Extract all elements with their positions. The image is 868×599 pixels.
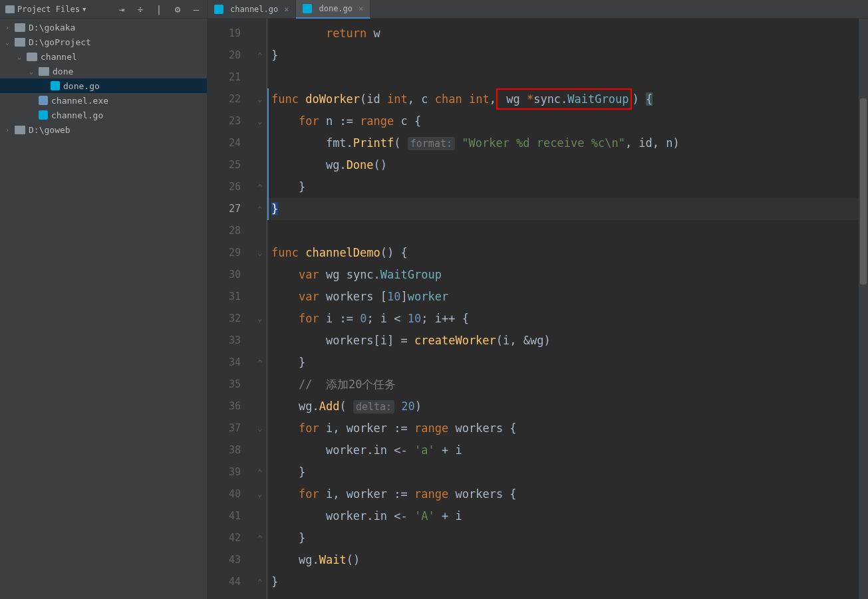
exe-file-icon bbox=[39, 96, 48, 105]
fold-marker[interactable]: ⌃ bbox=[253, 45, 267, 66]
code-line[interactable]: for i, worker := range workers { bbox=[267, 418, 859, 439]
fold-marker bbox=[253, 220, 267, 242]
gear-icon[interactable]: ⚙ bbox=[172, 4, 183, 15]
fold-marker bbox=[253, 132, 267, 154]
change-marker bbox=[267, 198, 269, 220]
code-line[interactable]: } bbox=[267, 198, 859, 220]
tree-item[interactable]: channel.exe bbox=[0, 93, 207, 108]
code-line[interactable]: func channelDemo() { bbox=[267, 242, 859, 264]
separator: | bbox=[154, 4, 164, 15]
scroll-thumb[interactable] bbox=[860, 98, 867, 285]
fold-marker[interactable]: ⌄ bbox=[253, 110, 267, 132]
line-gutter: 1920212223242526272829303132333435363738… bbox=[208, 19, 253, 599]
code-line[interactable]: wg.Wait() bbox=[267, 549, 859, 571]
folder-icon bbox=[15, 126, 25, 134]
code-line[interactable]: worker.in <- 'a' + i bbox=[267, 439, 859, 461]
line-number: 45 bbox=[208, 593, 253, 599]
code-line[interactable]: var workers [10]worker bbox=[267, 286, 859, 308]
collapse-icon[interactable]: ⇥ bbox=[116, 4, 127, 15]
code-line[interactable]: for n := range c { bbox=[267, 110, 859, 132]
go-file-icon bbox=[214, 5, 223, 14]
editor-tab[interactable]: done.go× bbox=[296, 0, 370, 19]
fold-marker[interactable]: ⌃ bbox=[253, 352, 267, 374]
project-tree[interactable]: ›D:\gokaka⌄D:\goProject⌄channel⌄donedone… bbox=[0, 19, 207, 599]
fold-marker bbox=[253, 154, 267, 176]
code-line[interactable]: } bbox=[267, 571, 859, 593]
fold-marker bbox=[253, 330, 267, 352]
tree-item-label: channel bbox=[41, 52, 77, 62]
tree-arrow-icon[interactable]: › bbox=[5, 24, 15, 31]
chevron-down-icon: ▼ bbox=[82, 6, 86, 13]
editor-tab[interactable]: channel.go× bbox=[208, 0, 296, 19]
line-number: 36 bbox=[208, 396, 253, 418]
fold-marker bbox=[253, 439, 267, 461]
code-line[interactable]: workers[i] = createWorker(i, &wg) bbox=[267, 330, 859, 352]
tree-item[interactable]: done.go bbox=[0, 78, 207, 93]
tree-item[interactable]: ⌄channel bbox=[0, 49, 207, 64]
fold-marker[interactable]: ⌄ bbox=[253, 483, 267, 505]
code-line[interactable] bbox=[267, 220, 859, 242]
line-number: 39 bbox=[208, 461, 253, 483]
fold-marker[interactable]: ⌄ bbox=[253, 418, 267, 439]
fold-marker[interactable]: ⌃ bbox=[253, 198, 267, 220]
fold-marker[interactable]: ⌃ bbox=[253, 461, 267, 483]
fold-marker[interactable]: ⌄ bbox=[253, 242, 267, 264]
tree-arrow-icon[interactable]: ⌄ bbox=[29, 68, 39, 75]
fold-marker[interactable]: ⌃ bbox=[253, 571, 267, 593]
line-number: 25 bbox=[208, 154, 253, 176]
fold-marker[interactable]: ⌃ bbox=[253, 527, 267, 549]
line-number: 42 bbox=[208, 527, 253, 549]
close-icon[interactable]: × bbox=[284, 5, 289, 14]
tree-item[interactable]: ⌄D:\goProject bbox=[0, 35, 207, 49]
line-number: 28 bbox=[208, 220, 253, 242]
vertical-scrollbar[interactable] bbox=[859, 19, 868, 599]
change-marker bbox=[267, 176, 269, 198]
tree-item[interactable]: ›D:\goweb bbox=[0, 122, 207, 137]
hide-icon[interactable]: — bbox=[191, 4, 202, 15]
folder-icon bbox=[15, 23, 25, 32]
tree-arrow-icon[interactable]: ⌄ bbox=[5, 39, 15, 46]
code-line[interactable]: func doWorker(id int, c chan int, wg *sy… bbox=[267, 88, 859, 110]
line-number: 24 bbox=[208, 132, 253, 154]
code-line[interactable]: var wg sync.WaitGroup bbox=[267, 264, 859, 286]
line-number: 33 bbox=[208, 330, 253, 352]
code-editor[interactable]: 1920212223242526272829303132333435363738… bbox=[208, 19, 868, 599]
tree-arrow-icon[interactable]: › bbox=[5, 126, 15, 134]
editor-area: channel.go×done.go× 19202122232425262728… bbox=[208, 0, 868, 599]
tree-arrow-icon[interactable]: ⌄ bbox=[17, 53, 27, 60]
project-files-dropdown[interactable]: Project Files ▼ bbox=[5, 5, 116, 14]
fold-marker[interactable]: ⌄ bbox=[253, 88, 267, 110]
code-line[interactable]: } bbox=[267, 45, 859, 66]
code-line[interactable] bbox=[267, 66, 859, 88]
line-number: 40 bbox=[208, 483, 253, 505]
code-line[interactable]: wg.Done() bbox=[267, 154, 859, 176]
code-line[interactable]: worker.in <- 'A' + i bbox=[267, 505, 859, 527]
folder-icon bbox=[39, 67, 49, 76]
code-content[interactable]: return w}func doWorker(id int, c chan in… bbox=[267, 19, 859, 599]
divider-icon[interactable]: ÷ bbox=[135, 4, 146, 15]
line-number: 19 bbox=[208, 23, 253, 45]
code-line[interactable] bbox=[267, 593, 859, 599]
code-line[interactable]: // 添加20个任务 bbox=[267, 374, 859, 396]
code-line[interactable]: } bbox=[267, 352, 859, 374]
code-line[interactable]: for i, worker := range workers { bbox=[267, 483, 859, 505]
tree-item[interactable]: ⌄done bbox=[0, 64, 207, 78]
code-line[interactable]: for i := 0; i < 10; i++ { bbox=[267, 308, 859, 330]
go-file-icon bbox=[303, 4, 312, 13]
close-icon[interactable]: × bbox=[359, 4, 363, 13]
fold-marker[interactable]: ⌃ bbox=[253, 176, 267, 198]
fold-marker bbox=[253, 549, 267, 571]
tree-item[interactable]: ›D:\gokaka bbox=[0, 20, 207, 35]
code-line[interactable]: wg.Add( delta: 20) bbox=[267, 396, 859, 418]
line-number: 44 bbox=[208, 571, 253, 593]
sidebar-header: Project Files ▼ ⇥ ÷ | ⚙ — bbox=[0, 0, 207, 19]
fold-marker[interactable]: ⌄ bbox=[253, 308, 267, 330]
tree-item-label: D:\goProject bbox=[29, 37, 91, 47]
code-line[interactable]: } bbox=[267, 461, 859, 483]
tree-item[interactable]: channel.go bbox=[0, 108, 207, 122]
code-line[interactable]: } bbox=[267, 527, 859, 549]
line-number: 43 bbox=[208, 549, 253, 571]
code-line[interactable]: fmt.Printf( format: "Worker %d receive %… bbox=[267, 132, 859, 154]
code-line[interactable]: } bbox=[267, 176, 859, 198]
code-line[interactable]: return w bbox=[267, 23, 859, 45]
